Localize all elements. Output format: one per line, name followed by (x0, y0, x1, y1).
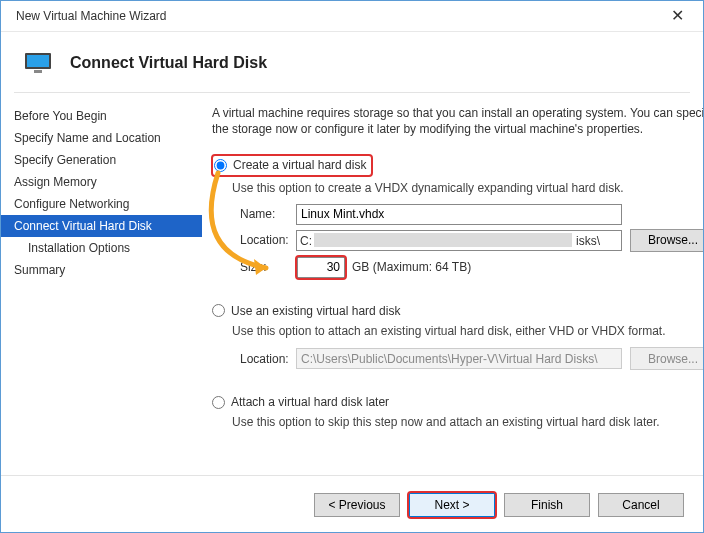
use-existing-desc: Use this option to attach an existing vi… (232, 323, 704, 339)
finish-button[interactable]: Finish (504, 493, 590, 517)
location-suffix: isks\ (576, 233, 600, 249)
create-vhd-desc: Use this option to create a VHDX dynamic… (232, 180, 704, 196)
name-input[interactable] (296, 204, 622, 225)
monitor-icon (24, 52, 52, 74)
wizard-content: A virtual machine requires storage so th… (202, 93, 704, 443)
sidebar-item-before-you-begin[interactable]: Before You Begin (0, 105, 202, 127)
svg-rect-1 (27, 55, 49, 67)
sidebar-item-configure-networking[interactable]: Configure Networking (0, 193, 202, 215)
existing-location-label: Location: (240, 351, 296, 367)
window-title: New Virtual Machine Wizard (10, 9, 167, 23)
existing-browse-button: Browse... (630, 347, 704, 370)
option-create-vhd-highlight: Create a virtual hard disk (212, 155, 372, 175)
sidebar-item-connect-vhd[interactable]: Connect Virtual Hard Disk (0, 215, 202, 237)
radio-attach-later-label: Attach a virtual hard disk later (231, 394, 389, 410)
sidebar-item-summary[interactable]: Summary (0, 259, 202, 281)
name-label: Name: (240, 206, 296, 222)
radio-use-existing[interactable] (212, 304, 225, 317)
sidebar-item-specify-generation[interactable]: Specify Generation (0, 149, 202, 171)
next-button[interactable]: Next > (409, 493, 495, 517)
titlebar: New Virtual Machine Wizard ✕ (0, 0, 704, 32)
previous-button[interactable]: < Previous (314, 493, 400, 517)
svg-rect-2 (34, 70, 42, 73)
radio-create-vhd[interactable] (214, 159, 227, 172)
wizard-sidebar: Before You Begin Specify Name and Locati… (0, 93, 202, 443)
sidebar-item-assign-memory[interactable]: Assign Memory (0, 171, 202, 193)
attach-later-desc: Use this option to skip this step now an… (232, 414, 704, 430)
location-prefix: C: (300, 233, 312, 249)
wizard-footer: < Previous Next > Finish Cancel (0, 475, 704, 533)
radio-attach-later[interactable] (212, 396, 225, 409)
size-unit: GB (Maximum: 64 TB) (352, 259, 471, 275)
location-redacted (314, 233, 572, 247)
sidebar-item-specify-name[interactable]: Specify Name and Location (0, 127, 202, 149)
size-input[interactable] (297, 257, 345, 278)
browse-button[interactable]: Browse... (630, 229, 704, 252)
intro-text: A virtual machine requires storage so th… (212, 105, 704, 137)
location-label: Location: (240, 232, 296, 248)
sidebar-item-installation-options[interactable]: Installation Options (0, 237, 202, 259)
cancel-button[interactable]: Cancel (598, 493, 684, 517)
size-label: Size: (240, 259, 296, 275)
radio-use-existing-label: Use an existing virtual hard disk (231, 303, 400, 319)
existing-location-input (296, 348, 622, 369)
radio-create-vhd-label: Create a virtual hard disk (233, 157, 366, 173)
close-icon[interactable]: ✕ (661, 2, 694, 29)
page-title: Connect Virtual Hard Disk (70, 54, 267, 72)
wizard-header: Connect Virtual Hard Disk (0, 32, 704, 92)
